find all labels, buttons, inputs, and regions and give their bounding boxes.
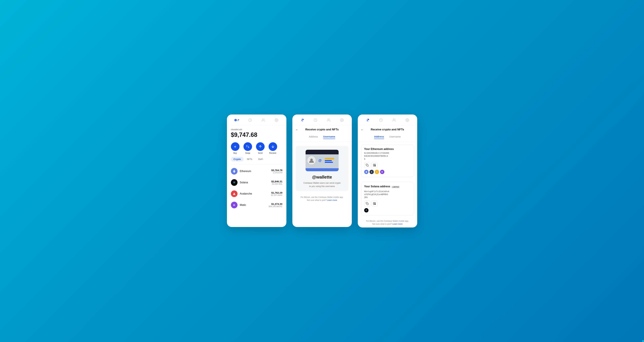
nav-bar-3 bbox=[358, 114, 417, 125]
svg-rect-17 bbox=[374, 165, 375, 166]
id-card-lines bbox=[325, 158, 336, 163]
solana-amount: 31.216 SOL bbox=[272, 183, 282, 185]
learn-more-link-2[interactable]: Learn more bbox=[327, 199, 337, 201]
eth-chain-icons: A O M bbox=[364, 170, 411, 174]
nav-history[interactable] bbox=[248, 117, 253, 123]
eth-qr-button[interactable] bbox=[372, 162, 378, 168]
buy-action[interactable]: + Buy bbox=[231, 142, 240, 154]
ethereum-icon bbox=[231, 168, 238, 175]
ethereum-values: $3,764.78 1.270 ETH bbox=[272, 169, 282, 174]
action-buttons: + Buy Swap Send Receive bbox=[227, 140, 286, 157]
bitcoin-note-3: For Bitcoin, use the Coinbase Wallet mob… bbox=[358, 218, 417, 228]
tab-address-3[interactable]: Address bbox=[374, 135, 384, 139]
solana-icon bbox=[231, 179, 238, 186]
avalanche-name: Avalanche bbox=[240, 192, 268, 195]
nav-portfolio-3[interactable] bbox=[365, 117, 370, 123]
avalanche-usd: $1,762.29 bbox=[271, 191, 282, 194]
solana-name: Solana bbox=[240, 181, 269, 184]
id-card-illustration: @ bbox=[306, 150, 338, 171]
nav-bar-2 bbox=[292, 114, 352, 125]
nav-bar bbox=[227, 114, 286, 125]
svg-point-2 bbox=[262, 119, 263, 120]
asset-row-ethereum[interactable]: Ethereum $3,764.78 1.270 ETH bbox=[227, 166, 286, 177]
receive-tabs-2: Address Username bbox=[292, 134, 352, 142]
screen-wallet-overview: cbwallet.eth $9,747.68 + Buy Swap Send bbox=[227, 114, 286, 227]
receive-action[interactable]: Receive bbox=[268, 142, 277, 154]
nav-history-2[interactable] bbox=[313, 117, 318, 123]
sol-copy-button[interactable] bbox=[364, 201, 370, 207]
send-action[interactable]: Send bbox=[256, 142, 264, 154]
svg-point-3 bbox=[276, 120, 277, 121]
eth-chain-eth bbox=[364, 170, 368, 174]
tab-username-3[interactable]: Username bbox=[389, 135, 401, 139]
swap-label: Swap bbox=[245, 152, 250, 154]
nav-portfolio[interactable] bbox=[234, 117, 240, 123]
nav-portfolio-2[interactable] bbox=[300, 117, 305, 123]
receive-label: Receive bbox=[269, 152, 276, 154]
svg-rect-18 bbox=[375, 166, 376, 166]
matic-name: Matic bbox=[240, 204, 266, 207]
id-line-blue2 bbox=[325, 162, 333, 163]
send-icon bbox=[256, 142, 264, 151]
svg-rect-24 bbox=[373, 204, 374, 205]
asset-row-avalanche[interactable]: Avalanche $1,762.29 20.157 AVAX bbox=[227, 188, 286, 199]
nav-contacts[interactable] bbox=[261, 117, 266, 123]
svg-rect-16 bbox=[373, 165, 374, 166]
nav-settings-2[interactable] bbox=[339, 117, 344, 123]
matic-usd: $1,374.30 bbox=[268, 203, 282, 205]
sol-address-title: Your Solana address bbox=[364, 185, 390, 188]
asset-list: Ethereum $3,764.78 1.270 ETH Solana $2,8… bbox=[227, 164, 286, 212]
nav-history-3[interactable] bbox=[378, 117, 384, 123]
sol-chain-icons bbox=[364, 208, 411, 213]
sol-qr-button[interactable] bbox=[372, 201, 378, 207]
tab-defi[interactable]: DeFi bbox=[256, 157, 266, 161]
sol-address-actions bbox=[364, 201, 411, 207]
asset-row-solana[interactable]: Solana $2,846.31 31.216 SOL bbox=[227, 177, 286, 188]
eth-address-actions bbox=[364, 162, 411, 168]
id-card-avatar bbox=[308, 156, 316, 164]
back-button-2[interactable]: ← bbox=[295, 128, 299, 131]
receive-title-3: Receive crypto and NFTs bbox=[371, 128, 404, 131]
svg-rect-26 bbox=[375, 204, 376, 205]
sol-chain-sol bbox=[364, 208, 368, 213]
eth-address-title: Your Ethereum address bbox=[364, 147, 411, 150]
screen-receive-address: ← Receive crypto and NFTs Address Userna… bbox=[358, 114, 417, 228]
username-display: @wallette bbox=[312, 175, 332, 180]
nav-contacts-3[interactable] bbox=[392, 117, 397, 123]
svg-point-11 bbox=[393, 119, 394, 120]
solana-usd: $2,846.31 bbox=[272, 180, 282, 183]
svg-rect-19 bbox=[374, 166, 375, 166]
tab-address-2[interactable]: Address bbox=[309, 135, 318, 139]
tab-crypto[interactable]: Crypto bbox=[231, 157, 244, 161]
id-card-body: @ bbox=[306, 154, 338, 166]
eth-chain-matic: M bbox=[380, 170, 384, 174]
avalanche-icon bbox=[231, 191, 238, 197]
svg-rect-13 bbox=[367, 165, 368, 166]
ethereum-amount: 1.270 ETH bbox=[272, 172, 282, 174]
asset-tabs: Crypto NFTs DeFi bbox=[227, 157, 286, 164]
nav-contacts-2[interactable] bbox=[326, 117, 331, 123]
learn-more-link-3[interactable]: Learn more bbox=[392, 223, 402, 225]
id-line-yellow bbox=[325, 158, 334, 159]
svg-point-8 bbox=[342, 120, 342, 121]
sol-limited-badge: LIMITED bbox=[391, 186, 400, 188]
swap-icon bbox=[244, 142, 252, 151]
username-subtitle: Coinbase Wallet users can send cryptoto … bbox=[304, 181, 340, 188]
screen-receive-username: ← Receive crypto and NFTs Address Userna… bbox=[292, 114, 352, 227]
swap-action[interactable]: Swap bbox=[244, 142, 252, 154]
nav-settings-3[interactable] bbox=[405, 117, 410, 123]
tab-username-2[interactable]: Username bbox=[323, 135, 335, 139]
ethereum-usd: $3,764.78 bbox=[272, 169, 282, 172]
receive-header-2: ← Receive crypto and NFTs bbox=[292, 125, 352, 134]
sol-address-hash: HUxtug4F1zTs1EzmJwhn4xVSP4igES4jEunABPWh… bbox=[364, 190, 411, 199]
wallet-address: cbwallet.eth bbox=[231, 128, 282, 131]
receive-icon bbox=[268, 142, 277, 151]
back-button-3[interactable]: ← bbox=[361, 128, 364, 131]
svg-rect-25 bbox=[374, 204, 375, 204]
tab-nfts[interactable]: NFTs bbox=[244, 157, 255, 161]
receive-title-2: Receive crypto and NFTs bbox=[306, 128, 339, 131]
eth-copy-button[interactable] bbox=[364, 162, 370, 168]
nav-settings[interactable] bbox=[274, 117, 279, 123]
asset-row-matic[interactable]: M c Matic $1,374.30 904.145 MATIC bbox=[227, 199, 286, 211]
avalanche-values: $1,762.29 20.157 AVAX bbox=[271, 191, 282, 196]
